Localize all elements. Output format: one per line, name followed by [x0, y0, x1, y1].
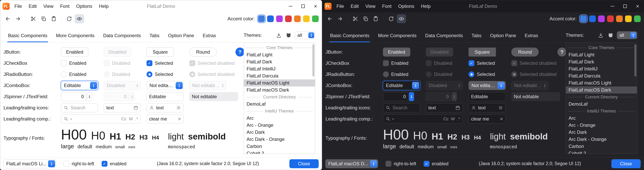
tab-tabs[interactable]: Tabs: [467, 33, 486, 42]
combobox-arrow-button[interactable]: ▲▼: [370, 160, 377, 167]
textfield-input[interactable]: [471, 94, 503, 99]
clear-icon[interactable]: ×: [500, 116, 503, 122]
download-themes-button[interactable]: [275, 32, 282, 39]
calendar-icon[interactable]: [455, 105, 460, 110]
menu-font[interactable]: Font: [379, 0, 395, 12]
accent-color-swatch[interactable]: [598, 16, 605, 22]
combobox-editable[interactable]: ▲▼: [61, 81, 98, 90]
theme-item[interactable]: Arc Dark - Orange: [244, 136, 315, 143]
theme-item[interactable]: FlatLaf macOS Light: [566, 79, 637, 86]
paste-button[interactable]: [49, 15, 58, 23]
laf-combobox[interactable]: FlatLaf macOS D... ▲▼: [325, 159, 378, 168]
radio-selected[interactable]: Selected: [146, 71, 173, 77]
clear-icon[interactable]: ×: [178, 116, 181, 122]
regex-button[interactable]: .*: [135, 116, 138, 121]
theme-item[interactable]: Arc Dark: [566, 129, 637, 136]
paste-button[interactable]: [371, 15, 380, 23]
menu-options[interactable]: Options: [73, 0, 96, 12]
accent-color-swatch[interactable]: [312, 16, 319, 22]
accent-color-swatch[interactable]: [258, 16, 265, 22]
tab-more-components[interactable]: More Components: [52, 33, 99, 42]
titlebar[interactable]: FL FileEditViewFontOptionsHelp FlatLaf D…: [322, 0, 644, 12]
search-field[interactable]: [383, 103, 420, 112]
combobox-arrow-button[interactable]: ▲▼: [176, 82, 183, 89]
theme-item[interactable]: Arc Dark - Orange: [566, 136, 637, 143]
tab-option-pane[interactable]: Option Pane: [164, 33, 198, 42]
tab-tabs[interactable]: Tabs: [145, 33, 164, 42]
menu-file[interactable]: File: [333, 0, 348, 12]
regex-button[interactable]: .*: [457, 116, 460, 121]
menu-view[interactable]: View: [362, 0, 379, 12]
accent-color-swatch[interactable]: [276, 16, 283, 22]
user-input[interactable]: [156, 105, 174, 110]
search-input[interactable]: [70, 105, 96, 110]
search-icon[interactable]: [64, 116, 68, 121]
close-window-button[interactable]: [631, 0, 644, 12]
date-field[interactable]: [104, 103, 141, 112]
theme-item[interactable]: Arc - Orange: [566, 122, 637, 129]
accent-color-swatch[interactable]: [634, 16, 641, 22]
menu-edit[interactable]: Edit: [26, 0, 40, 12]
forward-button[interactable]: [14, 15, 22, 23]
square-button[interactable]: Square: [146, 48, 174, 57]
radio-enabled[interactable]: Enabled: [383, 71, 408, 77]
enabled-checkbox[interactable]: enabled: [424, 161, 448, 167]
theme-item[interactable]: FlatLaf IntelliJ: [566, 65, 637, 72]
theme-item[interactable]: FlatLaf Light: [566, 51, 637, 58]
minimize-button[interactable]: [284, 0, 297, 12]
date-input[interactable]: [428, 105, 453, 110]
cut-button[interactable]: [29, 15, 38, 23]
chevron-down-icon[interactable]: [70, 118, 72, 120]
user-field[interactable]: [146, 103, 184, 112]
spinner-stepper[interactable]: ▲▼: [87, 92, 92, 101]
theme-item[interactable]: DemoLaf: [566, 101, 637, 108]
eye-toggle-button[interactable]: [397, 15, 406, 23]
menu-font[interactable]: Font: [57, 0, 73, 12]
search-with-options-field[interactable]: Cc W .*: [61, 114, 141, 123]
github-button[interactable]: [285, 32, 292, 39]
search-with-options-field[interactable]: Cc W .*: [383, 114, 463, 123]
accent-color-swatch[interactable]: [616, 16, 623, 22]
accent-color-swatch[interactable]: [294, 16, 301, 22]
checkbox-enabled[interactable]: Enabled: [383, 60, 408, 66]
whole-word-button[interactable]: W: [451, 116, 455, 121]
accent-color-swatch[interactable]: [580, 16, 587, 22]
enabled-button[interactable]: Enabled: [61, 48, 88, 57]
theme-item[interactable]: Cobalt 2: [244, 150, 315, 154]
combobox-input[interactable]: [61, 83, 90, 88]
accent-color-swatch[interactable]: [285, 16, 292, 22]
spinner[interactable]: ▲▼: [61, 92, 92, 101]
refresh-button[interactable]: [387, 15, 396, 23]
combobox-input[interactable]: [383, 83, 412, 88]
help-button[interactable]: ?: [236, 48, 244, 57]
tab-data-components[interactable]: Data Components: [421, 33, 467, 42]
combobox-arrow-button[interactable]: ▲▼: [498, 82, 505, 89]
spinner-input[interactable]: [386, 94, 406, 99]
date-input[interactable]: [106, 105, 131, 110]
theme-item[interactable]: FlatLaf macOS Light: [244, 79, 315, 86]
textfield-editable[interactable]: [468, 92, 506, 101]
maximize-button[interactable]: [619, 0, 631, 12]
checkbox-enabled[interactable]: Enabled: [61, 60, 86, 66]
textfield-input[interactable]: [149, 94, 181, 99]
tab-option-pane[interactable]: Option Pane: [486, 33, 520, 42]
github-button[interactable]: [607, 32, 614, 39]
combobox-not-editable[interactable]: Not editable ▲▼: [146, 81, 184, 90]
theme-item[interactable]: Cobalt 2: [566, 150, 637, 154]
combobox-arrow-button[interactable]: ▲▼: [48, 160, 55, 167]
match-case-button[interactable]: Cc: [443, 116, 448, 121]
date-field[interactable]: [426, 103, 463, 112]
menu-options[interactable]: Options: [395, 0, 418, 12]
spinner-input[interactable]: [64, 94, 84, 99]
theme-item[interactable]: FlatLaf IntelliJ: [244, 65, 315, 72]
menu-help[interactable]: Help: [418, 0, 434, 12]
theme-item[interactable]: FlatLaf Darcula: [244, 72, 315, 79]
menu-view[interactable]: View: [40, 0, 57, 12]
theme-item[interactable]: FlatLaf macOS Dark: [566, 86, 637, 93]
tab-data-components[interactable]: Data Components: [99, 33, 145, 42]
close-button[interactable]: Close: [611, 159, 641, 168]
themes-filter-combobox[interactable]: all ▲▼: [617, 31, 637, 39]
checkbox-selected[interactable]: Selected: [146, 60, 173, 66]
menu-list-icon[interactable]: [176, 105, 181, 110]
tab-extras[interactable]: Extras: [198, 33, 220, 42]
